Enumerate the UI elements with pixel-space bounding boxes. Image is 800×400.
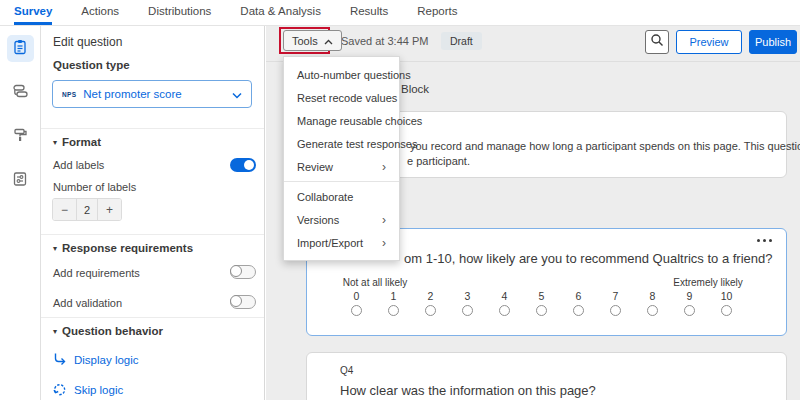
- timing-question-text-line2: e participant.: [407, 155, 470, 167]
- skip-logic-label: Skip logic: [74, 384, 123, 396]
- divider: [41, 234, 264, 235]
- divider: [41, 317, 264, 318]
- scale-number: 1: [375, 290, 412, 302]
- toggle-knob: [244, 160, 254, 170]
- publish-button[interactable]: Publish: [749, 30, 797, 54]
- display-logic-link[interactable]: Display logic: [53, 352, 139, 368]
- question-behavior-section-header[interactable]: ▾ Question behavior: [53, 325, 163, 337]
- scale-number: 5: [523, 290, 560, 302]
- submenu-chevron-icon: ›: [382, 213, 386, 227]
- display-logic-label: Display logic: [74, 354, 139, 366]
- scale-right-anchor-label: Extremely likely: [671, 277, 745, 288]
- nps-badge: NPS: [62, 91, 76, 98]
- scale-number: 9: [671, 290, 708, 302]
- timing-question-text-line1: you record and manage how long a partici…: [410, 140, 800, 152]
- scale-number: 3: [449, 290, 486, 302]
- search-button[interactable]: [645, 30, 669, 54]
- sidebar-item-survey-builder[interactable]: [7, 35, 34, 62]
- scale-radio-5[interactable]: [536, 305, 547, 316]
- scale-radio-8[interactable]: [647, 305, 658, 316]
- submenu-chevron-icon: ›: [382, 160, 386, 174]
- submenu-chevron-icon: ›: [382, 236, 386, 250]
- saved-status-text: Saved at 3:44 PM: [341, 26, 428, 56]
- scale-number: 7: [597, 290, 634, 302]
- scale-number: 4: [486, 290, 523, 302]
- block-title: Block: [401, 83, 429, 95]
- scale-radio-1[interactable]: [388, 305, 399, 316]
- add-requirements-toggle[interactable]: [230, 265, 256, 279]
- tab-results[interactable]: Results: [350, 0, 388, 25]
- survey-builder-icon: [12, 39, 28, 59]
- collapse-caret-icon: ▾: [53, 138, 57, 147]
- paint-roller-icon: [12, 127, 28, 147]
- left-icon-rail: [0, 26, 41, 400]
- scale-radio-row: [338, 305, 745, 316]
- scale-radio-6[interactable]: [573, 305, 584, 316]
- menu-item-manage-reusable-choices[interactable]: Manage reusable choices: [284, 109, 399, 132]
- tab-reports[interactable]: Reports: [417, 0, 457, 25]
- toggle-knob: [230, 295, 242, 307]
- question-type-label: Question type: [53, 59, 130, 71]
- stepper-increment-button[interactable]: +: [98, 199, 121, 220]
- scale-radio-9[interactable]: [684, 305, 695, 316]
- question-behavior-header-label: Question behavior: [62, 325, 163, 337]
- format-header-label: Format: [62, 136, 101, 148]
- display-logic-icon: [53, 352, 67, 368]
- tab-actions[interactable]: Actions: [81, 0, 119, 25]
- add-labels-label: Add labels: [53, 159, 104, 171]
- skip-logic-link[interactable]: Skip logic: [53, 382, 123, 398]
- menu-item-versions[interactable]: Versions›: [284, 208, 399, 231]
- toggle-knob: [230, 265, 242, 277]
- tools-button-label: Tools: [292, 35, 318, 47]
- scale-number: 2: [412, 290, 449, 302]
- add-labels-toggle[interactable]: [230, 158, 256, 172]
- add-validation-label: Add validation: [53, 297, 122, 309]
- tab-data-analysis[interactable]: Data & Analysis: [240, 0, 321, 25]
- add-validation-toggle[interactable]: [230, 295, 256, 309]
- collapse-caret-icon: ▾: [53, 244, 57, 253]
- menu-item-auto-number-questions[interactable]: Auto-number questions: [284, 63, 399, 86]
- tools-button[interactable]: Tools: [283, 30, 342, 51]
- tab-survey[interactable]: Survey: [14, 0, 52, 25]
- search-icon: [650, 33, 664, 51]
- sidebar-item-look-and-feel[interactable]: [7, 123, 34, 150]
- menu-item-collaborate[interactable]: Collaborate: [284, 185, 399, 208]
- scale-number-row: 0 1 2 3 4 5 6 7 8 9 10: [338, 290, 745, 302]
- number-of-labels-label: Number of labels: [53, 181, 136, 193]
- q4-question-card[interactable]: Q4 How clear was the information on this…: [306, 352, 787, 400]
- scale-radio-3[interactable]: [462, 305, 473, 316]
- scale-radio-0[interactable]: [351, 305, 362, 316]
- scale-number: 0: [338, 290, 375, 302]
- chevron-down-icon: [232, 85, 242, 103]
- q4-question-text: How clear was the information on this pa…: [340, 383, 596, 398]
- sidebar-item-survey-options[interactable]: [7, 167, 34, 194]
- edit-question-panel: Edit question Question type NPS Net prom…: [41, 26, 265, 400]
- scale-radio-4[interactable]: [499, 305, 510, 316]
- question-type-select[interactable]: NPS Net promoter score: [52, 80, 252, 108]
- skip-logic-icon: [53, 382, 67, 398]
- menu-item-review[interactable]: Review›: [284, 155, 399, 178]
- scale-radio-7[interactable]: [610, 305, 621, 316]
- menu-item-import-export[interactable]: Import/Export›: [284, 231, 399, 254]
- sidebar-item-survey-flow[interactable]: [7, 79, 34, 106]
- menu-item-reset-recode-values[interactable]: Reset recode values: [284, 86, 399, 109]
- collapse-caret-icon: ▾: [53, 327, 57, 336]
- scale-radio-10[interactable]: [721, 305, 732, 316]
- question-type-value: Net promoter score: [83, 88, 232, 100]
- top-nav: Survey Actions Distributions Data & Anal…: [0, 0, 800, 26]
- survey-flow-icon: [12, 83, 28, 103]
- scale-radio-2[interactable]: [425, 305, 436, 316]
- draft-status-badge: Draft: [441, 32, 482, 50]
- scale-number: 10: [708, 290, 745, 302]
- more-options-icon[interactable]: [757, 239, 772, 242]
- survey-options-icon: [12, 171, 28, 191]
- format-section-header[interactable]: ▾ Format: [53, 136, 101, 148]
- tab-distributions[interactable]: Distributions: [148, 0, 211, 25]
- preview-button[interactable]: Preview: [676, 30, 742, 54]
- response-requirements-header-label: Response requirements: [62, 242, 193, 254]
- response-requirements-section-header[interactable]: ▾ Response requirements: [53, 242, 193, 254]
- menu-item-generate-test-responses[interactable]: Generate test responses: [284, 132, 399, 155]
- stepper-decrement-button[interactable]: −: [53, 199, 76, 220]
- toolbar-right-group: Preview Publish: [645, 30, 797, 54]
- chevron-up-icon: [324, 35, 333, 47]
